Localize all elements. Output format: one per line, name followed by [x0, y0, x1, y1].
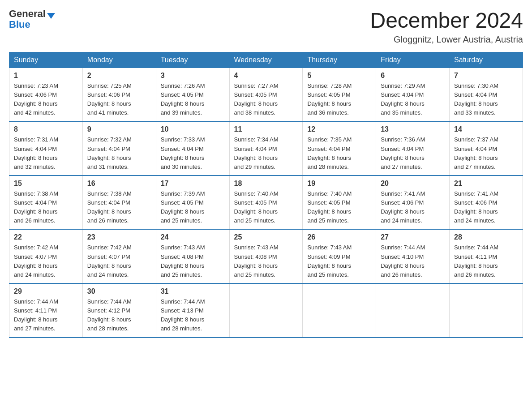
day-number: 3 — [161, 72, 225, 80]
table-row: 2 Sunrise: 7:25 AMSunset: 4:06 PMDayligh… — [82, 68, 156, 121]
table-row: 8 Sunrise: 7:31 AMSunset: 4:04 PMDayligh… — [9, 121, 83, 176]
table-row: 25 Sunrise: 7:43 AMSunset: 4:08 PMDaylig… — [229, 229, 303, 283]
month-year-title: December 2024 — [370, 9, 523, 33]
table-row: 1 Sunrise: 7:23 AMSunset: 4:06 PMDayligh… — [9, 68, 83, 121]
day-number: 27 — [381, 233, 445, 241]
table-row: 10 Sunrise: 7:33 AMSunset: 4:04 PMDaylig… — [156, 121, 229, 176]
day-info: Sunrise: 7:35 AMSunset: 4:04 PMDaylight:… — [307, 136, 352, 170]
header-monday: Monday — [82, 52, 156, 68]
table-row: 3 Sunrise: 7:26 AMSunset: 4:05 PMDayligh… — [156, 68, 229, 121]
day-info: Sunrise: 7:40 AMSunset: 4:05 PMDaylight:… — [307, 190, 352, 224]
table-row: 17 Sunrise: 7:39 AMSunset: 4:05 PMDaylig… — [156, 176, 229, 230]
day-number: 2 — [87, 72, 151, 80]
table-row: 15 Sunrise: 7:38 AMSunset: 4:04 PMDaylig… — [9, 176, 83, 230]
day-number: 28 — [454, 233, 518, 241]
table-row: 14 Sunrise: 7:37 AMSunset: 4:04 PMDaylig… — [450, 121, 523, 176]
day-info: Sunrise: 7:43 AMSunset: 4:08 PMDaylight:… — [161, 244, 205, 278]
day-number: 30 — [87, 287, 151, 295]
table-row: 28 Sunrise: 7:44 AMSunset: 4:11 PMDaylig… — [450, 229, 523, 283]
day-info: Sunrise: 7:37 AMSunset: 4:04 PMDaylight:… — [454, 136, 498, 170]
day-number: 9 — [87, 125, 151, 133]
table-row: 11 Sunrise: 7:34 AMSunset: 4:04 PMDaylig… — [229, 121, 303, 176]
header-sunday: Sunday — [9, 52, 83, 68]
day-info: Sunrise: 7:42 AMSunset: 4:07 PMDaylight:… — [14, 244, 58, 278]
day-number: 29 — [14, 287, 78, 295]
day-info: Sunrise: 7:26 AMSunset: 4:05 PMDaylight:… — [161, 82, 205, 116]
calendar-week-row: 29 Sunrise: 7:44 AMSunset: 4:11 PMDaylig… — [9, 283, 523, 338]
day-info: Sunrise: 7:33 AMSunset: 4:04 PMDaylight:… — [161, 136, 205, 170]
table-row: 21 Sunrise: 7:41 AMSunset: 4:06 PMDaylig… — [450, 176, 523, 230]
logo: General Blue — [9, 9, 55, 30]
day-number: 22 — [14, 233, 78, 241]
day-info: Sunrise: 7:34 AMSunset: 4:04 PMDaylight:… — [234, 136, 279, 170]
day-info: Sunrise: 7:44 AMSunset: 4:13 PMDaylight:… — [161, 298, 205, 332]
day-info: Sunrise: 7:23 AMSunset: 4:06 PMDaylight:… — [14, 82, 58, 116]
day-info: Sunrise: 7:39 AMSunset: 4:05 PMDaylight:… — [161, 190, 205, 224]
table-row: 26 Sunrise: 7:43 AMSunset: 4:09 PMDaylig… — [303, 229, 376, 283]
day-number: 6 — [381, 72, 445, 80]
header-saturday: Saturday — [450, 52, 523, 68]
day-info: Sunrise: 7:29 AMSunset: 4:04 PMDaylight:… — [381, 82, 425, 116]
title-area: December 2024 Gloggnitz, Lower Austria, … — [370, 9, 523, 45]
day-info: Sunrise: 7:42 AMSunset: 4:07 PMDaylight:… — [87, 244, 132, 278]
table-row: 16 Sunrise: 7:38 AMSunset: 4:04 PMDaylig… — [82, 176, 156, 230]
day-number: 11 — [234, 125, 298, 133]
logo-triangle-icon — [47, 13, 55, 19]
day-info: Sunrise: 7:44 AMSunset: 4:12 PMDaylight:… — [87, 298, 132, 332]
day-number: 7 — [454, 72, 518, 80]
day-number: 10 — [161, 125, 225, 133]
logo-general-text: General — [9, 9, 46, 19]
day-info: Sunrise: 7:38 AMSunset: 4:04 PMDaylight:… — [14, 190, 58, 224]
day-number: 31 — [161, 287, 225, 295]
day-number: 16 — [87, 180, 151, 188]
table-row: 13 Sunrise: 7:36 AMSunset: 4:04 PMDaylig… — [376, 121, 450, 176]
table-row: 12 Sunrise: 7:35 AMSunset: 4:04 PMDaylig… — [303, 121, 376, 176]
table-row: 9 Sunrise: 7:32 AMSunset: 4:04 PMDayligh… — [82, 121, 156, 176]
calendar-table: Sunday Monday Tuesday Wednesday Thursday… — [9, 52, 523, 338]
weekday-header-row: Sunday Monday Tuesday Wednesday Thursday… — [9, 52, 523, 68]
day-info: Sunrise: 7:43 AMSunset: 4:09 PMDaylight:… — [307, 244, 352, 278]
day-number: 23 — [87, 233, 151, 241]
day-number: 21 — [454, 180, 518, 188]
day-number: 19 — [307, 180, 371, 188]
table-row: 5 Sunrise: 7:28 AMSunset: 4:05 PMDayligh… — [303, 68, 376, 121]
day-number: 20 — [381, 180, 445, 188]
header-friday: Friday — [376, 52, 450, 68]
day-number: 17 — [161, 180, 225, 188]
table-row: 30 Sunrise: 7:44 AMSunset: 4:12 PMDaylig… — [82, 283, 156, 338]
day-info: Sunrise: 7:40 AMSunset: 4:05 PMDaylight:… — [234, 190, 279, 224]
table-row: 24 Sunrise: 7:43 AMSunset: 4:08 PMDaylig… — [156, 229, 229, 283]
day-info: Sunrise: 7:44 AMSunset: 4:10 PMDaylight:… — [381, 244, 425, 278]
day-info: Sunrise: 7:43 AMSunset: 4:08 PMDaylight:… — [234, 244, 279, 278]
day-info: Sunrise: 7:36 AMSunset: 4:04 PMDaylight:… — [381, 136, 425, 170]
day-info: Sunrise: 7:41 AMSunset: 4:06 PMDaylight:… — [381, 190, 425, 224]
day-number: 25 — [234, 233, 298, 241]
table-row — [229, 283, 303, 338]
calendar-week-row: 22 Sunrise: 7:42 AMSunset: 4:07 PMDaylig… — [9, 229, 523, 283]
day-info: Sunrise: 7:30 AMSunset: 4:04 PMDaylight:… — [454, 82, 498, 116]
day-number: 8 — [14, 125, 78, 133]
day-number: 13 — [381, 125, 445, 133]
table-row — [450, 283, 523, 338]
table-row: 27 Sunrise: 7:44 AMSunset: 4:10 PMDaylig… — [376, 229, 450, 283]
day-info: Sunrise: 7:32 AMSunset: 4:04 PMDaylight:… — [87, 136, 132, 170]
day-info: Sunrise: 7:44 AMSunset: 4:11 PMDaylight:… — [14, 298, 58, 332]
table-row — [376, 283, 450, 338]
table-row: 19 Sunrise: 7:40 AMSunset: 4:05 PMDaylig… — [303, 176, 376, 230]
day-number: 26 — [307, 233, 371, 241]
header-wednesday: Wednesday — [229, 52, 303, 68]
table-row: 18 Sunrise: 7:40 AMSunset: 4:05 PMDaylig… — [229, 176, 303, 230]
logo-blue-text: Blue — [9, 20, 30, 30]
table-row: 6 Sunrise: 7:29 AMSunset: 4:04 PMDayligh… — [376, 68, 450, 121]
calendar-week-row: 1 Sunrise: 7:23 AMSunset: 4:06 PMDayligh… — [9, 68, 523, 121]
table-row: 29 Sunrise: 7:44 AMSunset: 4:11 PMDaylig… — [9, 283, 83, 338]
day-number: 15 — [14, 180, 78, 188]
day-number: 1 — [14, 72, 78, 80]
day-number: 18 — [234, 180, 298, 188]
day-info: Sunrise: 7:38 AMSunset: 4:04 PMDaylight:… — [87, 190, 132, 224]
table-row: 31 Sunrise: 7:44 AMSunset: 4:13 PMDaylig… — [156, 283, 229, 338]
day-info: Sunrise: 7:44 AMSunset: 4:11 PMDaylight:… — [454, 244, 498, 278]
day-info: Sunrise: 7:28 AMSunset: 4:05 PMDaylight:… — [307, 82, 352, 116]
calendar-week-row: 15 Sunrise: 7:38 AMSunset: 4:04 PMDaylig… — [9, 176, 523, 230]
day-number: 14 — [454, 125, 518, 133]
